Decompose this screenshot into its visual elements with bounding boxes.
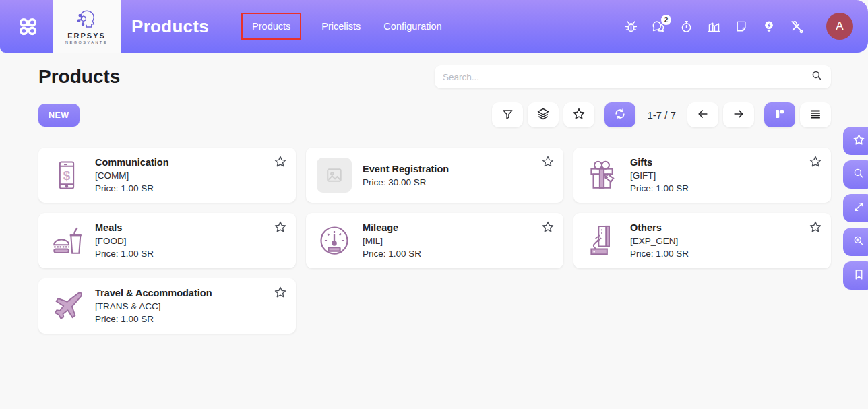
pagination-text: 1-7 / 7 — [640, 109, 683, 121]
star-icon — [572, 107, 586, 123]
next-page-button[interactable] — [723, 102, 754, 127]
app-title: Products — [131, 16, 209, 37]
expand-rail-button[interactable] — [843, 194, 868, 222]
filter-button[interactable] — [492, 102, 523, 127]
apps-menu-icon[interactable] — [16, 15, 39, 38]
kanban-view-icon — [774, 108, 786, 122]
product-code: [FOOD] — [95, 236, 154, 246]
avatar[interactable]: A — [826, 13, 853, 40]
product-card[interactable]: $ Communication [COMM] Price: 1.00 SR — [38, 148, 296, 203]
bookmark-icon — [853, 269, 865, 283]
nav-item-products[interactable]: Products — [241, 13, 301, 40]
expand-icon — [852, 201, 865, 216]
favorite-star-icon[interactable] — [274, 155, 287, 171]
favorite-star-icon[interactable] — [809, 220, 822, 237]
logo-text: ERPSYS — [67, 32, 106, 40]
favorite-star-icon[interactable] — [274, 286, 287, 302]
list-view-button[interactable] — [800, 102, 831, 127]
svg-text:$: $ — [63, 168, 71, 183]
refresh-icon — [613, 107, 627, 123]
kanban-view-button[interactable] — [764, 102, 795, 127]
bookmark-rail-button[interactable] — [843, 261, 868, 290]
favorite-star-icon[interactable] — [541, 220, 555, 237]
plane-icon — [49, 288, 84, 323]
stopwatch-icon[interactable] — [679, 19, 693, 34]
product-code: [MIL] — [363, 236, 421, 246]
chat-icon[interactable]: 2 — [651, 19, 666, 34]
product-name: Gifts — [630, 157, 689, 168]
note-icon[interactable] — [734, 19, 749, 34]
list-view-icon — [809, 108, 822, 122]
product-card-grid: $ Communication [COMM] Price: 1.00 SR Ev… — [38, 148, 831, 334]
prev-page-button[interactable] — [687, 102, 718, 127]
new-button[interactable]: NEW — [38, 104, 80, 127]
group-by-button[interactable] — [528, 102, 559, 127]
product-price: Price: 1.00 SR — [95, 314, 212, 324]
product-price: Price: 1.00 SR — [630, 249, 689, 259]
logo-subtext: NEGOSYANTE — [65, 40, 108, 44]
page-title: Products — [38, 66, 120, 88]
refresh-button[interactable] — [604, 102, 636, 127]
product-price: Price: 1.00 SR — [630, 183, 689, 193]
zoom-in-rail-button[interactable] — [843, 228, 868, 256]
hand-card-icon — [584, 223, 619, 258]
search-input[interactable] — [443, 72, 811, 82]
gift-icon — [584, 158, 619, 193]
zoom-in-icon — [852, 234, 865, 249]
product-code: [EXP_GEN] — [630, 236, 689, 246]
favorites-rail-button[interactable] — [843, 127, 868, 155]
gauge-icon — [317, 223, 352, 258]
product-name: Others — [630, 222, 689, 233]
building-icon[interactable] — [706, 19, 721, 34]
nav-item-pricelists[interactable]: Pricelists — [319, 14, 363, 38]
product-name: Travel & Accommodation — [95, 288, 212, 298]
search-rail-button[interactable] — [843, 160, 868, 189]
layers-icon — [536, 107, 550, 123]
product-name: Communication — [95, 157, 169, 168]
app-header: ERPSYS NEGOSYANTE Products Products Pric… — [0, 0, 868, 53]
product-card[interactable]: Gifts [GIFT] Price: 1.00 SR — [574, 148, 831, 203]
product-price: Price: 30.00 SR — [363, 177, 449, 187]
product-price: Price: 1.00 SR — [95, 183, 169, 193]
product-code: [TRANS & ACC] — [95, 301, 212, 311]
bug-icon[interactable] — [623, 19, 638, 34]
search-icon[interactable] — [811, 69, 823, 84]
filter-icon — [501, 108, 514, 123]
image-placeholder-icon — [317, 158, 352, 193]
product-card[interactable]: Event Registration Price: 30.00 SR — [306, 148, 563, 203]
company-logo[interactable]: ERPSYS NEGOSYANTE — [53, 0, 121, 53]
favorites-button[interactable] — [563, 102, 594, 127]
product-code: [GIFT] — [630, 170, 689, 181]
favorite-star-icon[interactable] — [541, 155, 555, 171]
product-price: Price: 1.00 SR — [363, 249, 421, 259]
product-card[interactable]: Travel & Accommodation [TRANS & ACC] Pri… — [38, 278, 296, 334]
product-code: [COMM] — [95, 170, 169, 181]
favorite-star-icon[interactable] — [274, 220, 287, 237]
product-name: Mileage — [363, 222, 421, 233]
prev-arrow-icon — [696, 107, 710, 123]
phone-dollar-icon: $ — [49, 158, 84, 193]
main-nav: Products Pricelists Configuration — [241, 13, 445, 40]
product-card[interactable]: Others [EXP_GEN] Price: 1.00 SR — [574, 213, 831, 268]
logo-head-icon — [75, 9, 98, 30]
product-card[interactable]: Meals [FOOD] Price: 1.00 SR — [38, 213, 296, 268]
star-icon — [852, 133, 865, 149]
nav-item-configuration[interactable]: Configuration — [381, 14, 444, 38]
search-bar — [435, 65, 831, 88]
chat-unread-badge: 2 — [661, 15, 671, 25]
product-name: Meals — [95, 222, 154, 233]
favorite-star-icon[interactable] — [809, 155, 822, 171]
product-price: Price: 1.00 SR — [95, 249, 154, 259]
product-card[interactable]: Mileage [MIL] Price: 1.00 SR — [306, 213, 563, 268]
meal-icon — [49, 223, 84, 258]
next-arrow-icon — [732, 107, 745, 123]
search-icon — [852, 167, 865, 182]
lightbulb-icon[interactable] — [762, 19, 776, 34]
tools-icon[interactable] — [789, 19, 804, 34]
product-name: Event Registration — [363, 164, 449, 175]
